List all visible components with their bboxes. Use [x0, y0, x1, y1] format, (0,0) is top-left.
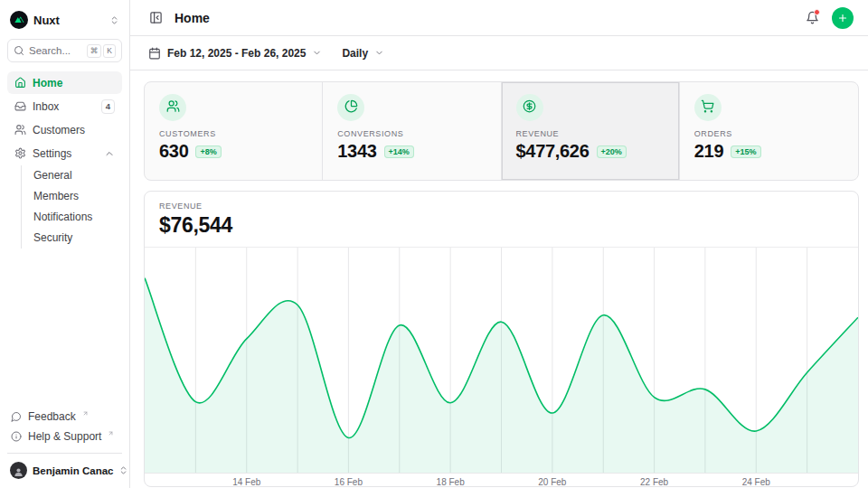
chevrons-up-down-icon: [118, 465, 128, 475]
sidebar-item-home[interactable]: Home: [7, 71, 122, 94]
user-name: Benjamin Canac: [33, 465, 113, 476]
add-button[interactable]: [832, 7, 854, 29]
x-axis-tick: 24 Feb: [742, 477, 770, 487]
date-range-label: Feb 12, 2025 - Feb 26, 2025: [167, 47, 306, 60]
sidebar-item-label: Home: [33, 77, 62, 89]
footer-link-label: Feedback: [28, 410, 76, 423]
notification-dot: [814, 9, 820, 15]
stat-change-badge: +8%: [195, 145, 221, 158]
filters-toolbar: Feb 12, 2025 - Feb 26, 2025 Daily: [130, 36, 868, 70]
sidebar-item-label: Customers: [33, 124, 85, 136]
panel-left-close-icon: [149, 11, 163, 24]
sidebar-top: Nuxt Search... ⌘K HomeInbox4CustomersSet…: [7, 7, 122, 407]
stat-label: REVENUE: [516, 129, 665, 138]
inbox-icon: [14, 100, 26, 112]
users-icon: [14, 124, 26, 136]
sidebar-item-customers[interactable]: Customers: [7, 118, 122, 141]
sidebar-footer: FeedbackHelp & Support Benjamin Canac: [7, 407, 122, 481]
stat-card-conversions[interactable]: CONVERSIONS1343+14%: [323, 82, 501, 180]
stat-value: 219: [694, 141, 723, 162]
sidebar-subitem-label: Notifications: [33, 211, 92, 223]
search-shortcut: ⌘K: [87, 44, 116, 58]
sidebar-item-security[interactable]: Security: [22, 228, 122, 248]
sidebar-item-notifications[interactable]: Notifications: [22, 207, 122, 227]
message-circle-icon: [11, 411, 22, 422]
sidebar-subitem-label: Security: [33, 231, 72, 244]
user-menu[interactable]: Benjamin Canac: [7, 453, 122, 481]
page-content: CUSTOMERS630+8%CONVERSIONS1343+14%REVENU…: [130, 70, 868, 488]
sidebar-nav: HomeInbox4CustomersSettingsGeneralMember…: [7, 71, 122, 249]
sidebar-subitem-label: Members: [33, 190, 79, 202]
sidebar-subitem-label: General: [33, 169, 72, 182]
date-range-picker[interactable]: Feb 12, 2025 - Feb 26, 2025: [143, 43, 327, 63]
revenue-chart-card: REVENUE $76,544 14 Feb16 Feb18 Feb20 Feb…: [144, 191, 859, 487]
circle-dollar-icon: [523, 99, 536, 116]
sidebar-item-settings[interactable]: Settings: [7, 142, 122, 164]
period-select[interactable]: Daily: [336, 43, 390, 63]
external-link-icon: [82, 410, 89, 417]
stat-change-badge: +14%: [384, 145, 414, 158]
chart-pie-icon: [344, 99, 358, 116]
chevrons-up-down-icon: [109, 15, 119, 25]
x-axis-tick: 22 Feb: [640, 477, 668, 487]
chevron-down-icon: [374, 48, 384, 58]
stat-label: CUSTOMERS: [159, 129, 307, 138]
sidebar-item-general[interactable]: General: [22, 165, 122, 185]
avatar: [10, 462, 27, 479]
sidebar-item-inbox[interactable]: Inbox4: [7, 95, 122, 117]
settings-icon: [14, 147, 26, 159]
stat-value: 1343: [337, 141, 376, 162]
chevron-down-icon: [312, 48, 322, 58]
chart-title: REVENUE: [159, 202, 844, 211]
stat-change-badge: +20%: [597, 145, 627, 158]
house-icon: [14, 77, 26, 89]
inbox-count-badge: 4: [101, 99, 115, 114]
team-picker[interactable]: Nuxt: [7, 7, 122, 33]
stats-row: CUSTOMERS630+8%CONVERSIONS1343+14%REVENU…: [144, 81, 859, 181]
sidebar-item-label: Inbox: [33, 100, 59, 113]
search-placeholder: Search...: [29, 45, 71, 56]
x-axis-tick: 18 Feb: [437, 477, 465, 487]
stat-change-badge: +15%: [731, 145, 760, 158]
users-icon: [166, 99, 180, 116]
calendar-icon: [148, 47, 161, 60]
chevron-up-icon: [104, 148, 115, 159]
kbd-k: K: [103, 44, 116, 58]
sidebar-subnav-settings: GeneralMembersNotificationsSecurity: [21, 165, 122, 249]
period-label: Daily: [342, 47, 368, 60]
page-title: Home: [175, 11, 210, 25]
info-icon: [11, 431, 22, 442]
stat-card-orders[interactable]: ORDERS219+15%: [680, 82, 858, 180]
nuxt-logo-icon: [10, 11, 28, 29]
footer-link-label: Help & Support: [28, 430, 101, 443]
plus-icon: [837, 12, 848, 24]
notifications-button[interactable]: [801, 7, 823, 29]
app-window: Nuxt Search... ⌘K HomeInbox4CustomersSet…: [0, 0, 868, 488]
sidebar-link-feedback[interactable]: Feedback: [7, 407, 122, 427]
sidebar-item-label: Settings: [33, 147, 71, 160]
chart-canvas: [145, 248, 858, 473]
search-input[interactable]: Search... ⌘K: [7, 39, 122, 62]
stat-label: ORDERS: [694, 129, 844, 138]
external-link-icon: [108, 430, 114, 436]
chart-current-value: $76,544: [159, 213, 844, 238]
x-axis-tick: 14 Feb: [232, 477, 260, 487]
stat-value: $477,626: [516, 141, 590, 162]
shopping-cart-icon: [701, 99, 714, 116]
kbd-cmd: ⌘: [87, 44, 102, 58]
stat-card-customers[interactable]: CUSTOMERS630+8%: [145, 82, 323, 180]
brand-name: Nuxt: [33, 14, 60, 27]
x-axis-tick: 16 Feb: [335, 477, 363, 487]
revenue-area-chart[interactable]: [145, 247, 858, 473]
stat-value: 630: [159, 141, 188, 162]
search-icon: [14, 45, 24, 56]
main-panel: Home Feb 12, 2025 - Feb 26, 2025 Daily: [130, 0, 868, 488]
stat-card-revenue[interactable]: REVENUE$477,626+20%: [502, 82, 680, 180]
chart-x-axis: 14 Feb16 Feb18 Feb20 Feb22 Feb24 Feb: [145, 473, 858, 486]
sidebar-item-members[interactable]: Members: [22, 186, 122, 206]
stat-label: CONVERSIONS: [337, 129, 486, 138]
x-axis-tick: 20 Feb: [538, 477, 566, 487]
page-header: Home: [130, 0, 868, 36]
sidebar-link-help-support[interactable]: Help & Support: [7, 427, 122, 446]
collapse-sidebar-button[interactable]: [145, 7, 166, 29]
